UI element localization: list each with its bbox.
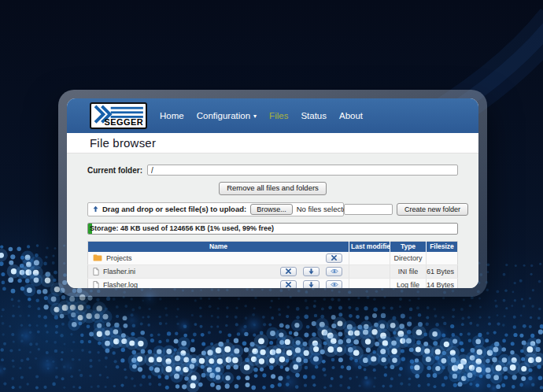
current-folder-label: Current folder: bbox=[87, 166, 142, 175]
file-icon bbox=[93, 268, 99, 276]
table-row: Flasher.ini INI file 61 Bytes bbox=[88, 264, 458, 278]
col-header-type: Type bbox=[390, 241, 427, 252]
table-row: Projects Directory bbox=[88, 252, 458, 265]
col-header-filesize: Filesize bbox=[427, 241, 458, 252]
storage-text: Storage: 48 KB used of 124656 KB (1% use… bbox=[90, 224, 274, 232]
file-browser-window: SEGGER Home Configuration▾ Files Status … bbox=[67, 98, 478, 288]
create-folder-button[interactable]: Create new folder bbox=[397, 203, 468, 216]
filesize-cell: 14 Bytes bbox=[427, 278, 458, 288]
col-header-name: Name bbox=[88, 241, 349, 252]
last-modified-cell bbox=[349, 252, 390, 265]
type-cell: Directory bbox=[390, 252, 427, 265]
chevron-down-icon: ▾ bbox=[253, 113, 257, 120]
upload-arrow-icon bbox=[93, 205, 98, 213]
main-nav: Home Configuration▾ Files Status About bbox=[157, 109, 365, 122]
file-name: Projects bbox=[106, 254, 132, 262]
page-title: File browser bbox=[90, 136, 156, 150]
file-name: Flasher.ini bbox=[103, 268, 135, 276]
segger-logo[interactable]: SEGGER bbox=[90, 102, 147, 129]
page-title-band: File browser bbox=[67, 133, 478, 153]
type-cell: Log file bbox=[390, 278, 427, 288]
desktop-background: SEGGER Home Configuration▾ Files Status … bbox=[0, 0, 543, 392]
nav-item-configuration[interactable]: Configuration▾ bbox=[194, 109, 259, 122]
nav-item-home[interactable]: Home bbox=[157, 109, 187, 122]
remove-all-button[interactable]: Remove all files and folders bbox=[219, 182, 327, 195]
current-folder-input[interactable] bbox=[147, 165, 458, 176]
delete-button[interactable] bbox=[326, 253, 342, 263]
current-folder-row: Current folder: bbox=[87, 165, 458, 176]
last-modified-cell bbox=[349, 278, 390, 288]
filesize-cell bbox=[427, 252, 458, 265]
browser-card: SEGGER Home Configuration▾ Files Status … bbox=[58, 90, 487, 297]
nav-item-status[interactable]: Status bbox=[298, 109, 329, 122]
upload-row: Drag and drop or select file(s) to uploa… bbox=[87, 202, 458, 216]
view-button[interactable] bbox=[326, 280, 342, 288]
logo-text: SEGGER bbox=[105, 117, 143, 127]
nav-item-files[interactable]: Files bbox=[267, 109, 290, 122]
file-browser-content: Current folder: Remove all files and fol… bbox=[67, 153, 478, 288]
browse-button[interactable]: Browse... bbox=[250, 204, 293, 215]
last-modified-cell bbox=[349, 264, 390, 278]
table-row: Flasher.log Log file 14 Bytes bbox=[88, 278, 458, 288]
delete-button[interactable] bbox=[280, 280, 297, 288]
col-header-last-modified: Last modified bbox=[349, 241, 390, 252]
download-button[interactable] bbox=[303, 267, 320, 276]
folder-icon bbox=[93, 254, 102, 261]
remove-all-row: Remove all files and folders bbox=[87, 182, 458, 195]
filesize-cell: 61 Bytes bbox=[427, 264, 458, 278]
file-name: Flasher.log bbox=[103, 281, 138, 288]
storage-bar: Storage: 48 KB used of 124656 KB (1% use… bbox=[87, 223, 458, 235]
delete-button[interactable] bbox=[280, 267, 297, 276]
table-header-row: Name Last modified Type Filesize bbox=[88, 241, 458, 252]
file-table: Name Last modified Type Filesize Project… bbox=[87, 241, 458, 288]
nav-item-configuration-label: Configuration bbox=[197, 111, 250, 120]
navbar: SEGGER Home Configuration▾ Files Status … bbox=[67, 98, 478, 133]
upload-dropzone[interactable]: Drag and drop or select file(s) to uploa… bbox=[87, 202, 344, 216]
nav-item-about[interactable]: About bbox=[337, 109, 365, 122]
upload-prompt: Drag and drop or select file(s) to uploa… bbox=[102, 205, 246, 213]
download-button[interactable] bbox=[303, 280, 320, 288]
new-folder-input[interactable] bbox=[344, 204, 393, 215]
view-button[interactable] bbox=[326, 267, 342, 276]
type-cell: INI file bbox=[390, 264, 427, 278]
file-icon bbox=[93, 281, 99, 288]
